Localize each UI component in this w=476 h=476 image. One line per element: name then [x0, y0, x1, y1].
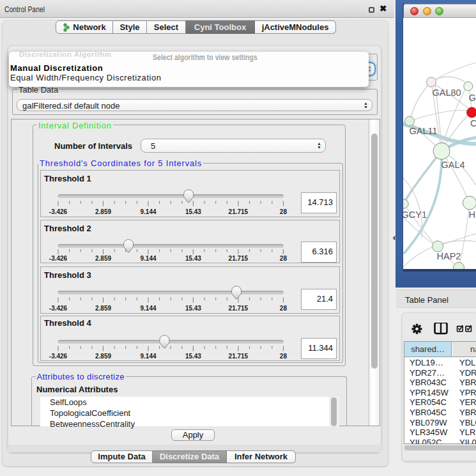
svg-text:GAL4: GAL4	[441, 160, 465, 170]
svg-text:C: C	[470, 118, 476, 128]
svg-text:H: H	[469, 210, 475, 220]
svg-text:GAL80: GAL80	[433, 88, 461, 98]
svg-text:GAL11: GAL11	[410, 126, 438, 136]
svg-text:HAP2: HAP2	[437, 251, 461, 261]
svg-text:G: G	[469, 93, 476, 103]
svg-text:GCY1: GCY1	[403, 210, 427, 220]
